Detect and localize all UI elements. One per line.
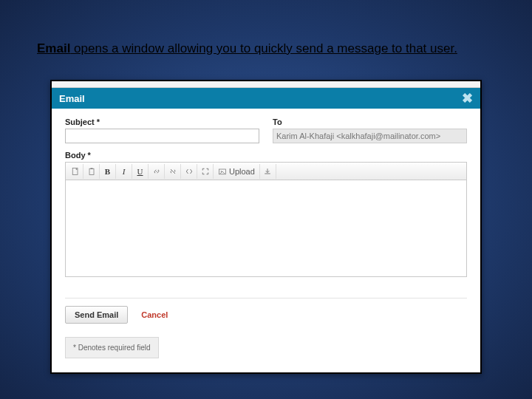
svg-rect-2 [90, 168, 92, 169]
new-doc-icon[interactable] [67, 164, 83, 179]
email-modal-screenshot: Email ✖ Subject * To Body * [50, 80, 482, 374]
required-footnote: * Denotes required field [65, 337, 159, 358]
fullscreen-icon[interactable] [197, 164, 214, 179]
to-input [273, 129, 467, 143]
bold-icon[interactable]: B [100, 164, 116, 179]
email-modal: Email ✖ Subject * To Body * [52, 87, 480, 372]
caption-bold: Email [37, 41, 70, 55]
body-editor[interactable] [65, 180, 467, 277]
cancel-button[interactable]: Cancel [141, 310, 168, 319]
to-label: To [273, 117, 467, 126]
unlink-icon[interactable] [165, 164, 181, 179]
link-icon[interactable] [149, 164, 165, 179]
subject-input[interactable] [65, 129, 259, 143]
svg-rect-1 [89, 168, 94, 174]
upload-button[interactable]: Upload [214, 164, 260, 179]
download-icon[interactable] [260, 164, 276, 179]
editor-toolbar: B I U Upload [65, 162, 467, 180]
underline-icon[interactable]: U [132, 164, 149, 179]
modal-title: Email [59, 93, 85, 104]
caption-rest: opens a window allowing you to quickly s… [70, 41, 457, 55]
subject-label: Subject * [65, 117, 259, 126]
modal-actions: Send Email Cancel [65, 298, 467, 324]
upload-label: Upload [229, 167, 255, 176]
body-label: Body * [65, 151, 467, 160]
modal-body: Subject * To Body * B I U [52, 109, 480, 364]
send-email-button[interactable]: Send Email [65, 306, 128, 324]
italic-icon[interactable]: I [116, 164, 132, 179]
source-icon[interactable] [181, 164, 197, 179]
modal-header: Email ✖ [52, 88, 480, 109]
paste-icon[interactable] [83, 164, 100, 179]
close-icon[interactable]: ✖ [462, 92, 473, 105]
slide-caption: Email opens a window allowing you to qui… [37, 41, 495, 56]
